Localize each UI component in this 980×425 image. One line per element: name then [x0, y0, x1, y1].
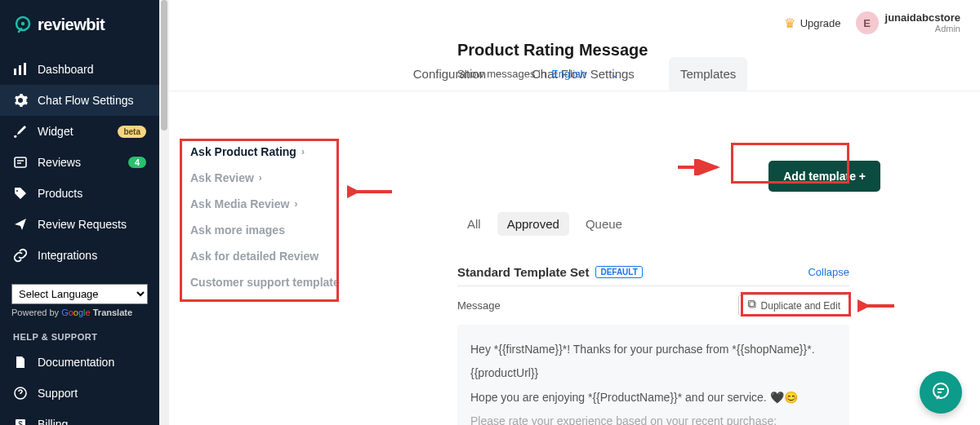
template-type-ask-media-review[interactable]: Ask Media Review› — [185, 191, 345, 217]
sidebar: reviewbit Dashboard Chat Flow Settings W… — [0, 0, 159, 425]
chat-fab[interactable] — [920, 371, 962, 414]
help-support-header: HELP & SUPPORT — [0, 321, 159, 347]
user-menu[interactable]: E junaidabcstore Admin — [856, 11, 960, 34]
language-select-wrapper: Select Language — [11, 284, 148, 304]
beta-badge: beta — [118, 126, 146, 138]
logo-text: reviewbit — [38, 15, 105, 34]
document-icon — [13, 355, 28, 370]
template-type-ask-product-rating[interactable]: Ask Product Rating› — [185, 139, 345, 165]
bar-chart-icon — [13, 62, 28, 77]
language-select[interactable]: Select Language — [11, 284, 148, 304]
svg-rect-2 — [14, 69, 16, 75]
duplicate-label: Duplicate and Edit — [761, 300, 840, 312]
language-row: Show messages in English ⌄ — [457, 68, 956, 80]
avatar: E — [856, 11, 879, 34]
sidebar-item-documentation[interactable]: Documentation — [0, 347, 159, 378]
sidebar-item-chatflow[interactable]: Chat Flow Settings — [0, 85, 159, 116]
sidebar-item-review-requests[interactable]: Review Requests — [0, 209, 159, 240]
message-label: Message — [457, 299, 501, 312]
page-title: Product Rating Message — [457, 41, 956, 60]
billing-icon: $ — [13, 417, 28, 425]
sidebar-item-reviews[interactable]: Reviews 4 — [0, 147, 159, 178]
filter-queue[interactable]: Queue — [576, 212, 632, 236]
template-type-list: Ask Product Rating› Ask Review› Ask Medi… — [185, 139, 345, 295]
sidebar-item-label: Integrations — [38, 249, 97, 262]
svg-rect-5 — [15, 157, 26, 167]
user-role: Admin — [885, 24, 960, 33]
filter-approved[interactable]: Approved — [497, 212, 569, 236]
svg-point-1 — [21, 22, 24, 25]
sidebar-item-billing[interactable]: $ Billing — [0, 409, 159, 425]
template-filters: All Approved Queue — [457, 212, 632, 236]
collapse-link[interactable]: Collapse — [808, 266, 849, 278]
sidebar-item-label: Widget — [38, 125, 74, 138]
count-badge: 4 — [128, 157, 146, 168]
template-type-customer-support[interactable]: Customer support template — [185, 269, 345, 295]
default-badge: DEFAULT — [595, 266, 642, 278]
sidebar-item-label: Chat Flow Settings — [38, 94, 134, 107]
template-type-ask-more-images[interactable]: Ask more images — [185, 217, 345, 243]
template-type-ask-detailed-review[interactable]: Ask for detailed Review — [185, 243, 345, 269]
message-body: Hey *{{firstName}}*! Thanks for your pur… — [457, 325, 849, 425]
template-set-header: Standard Template Set DEFAULT Collapse — [457, 265, 849, 286]
sidebar-item-support[interactable]: Support — [0, 378, 159, 409]
scrollbar-thumb[interactable] — [161, 0, 167, 131]
user-info: junaidabcstore Admin — [885, 12, 960, 33]
duplicate-edit-button[interactable]: Duplicate and Edit — [738, 294, 849, 317]
language-value: English — [551, 68, 586, 80]
message-line: Please rate your experience based on you… — [470, 410, 836, 425]
logo-icon — [13, 15, 33, 34]
sidebar-item-label: Support — [38, 387, 78, 400]
svg-text:$: $ — [18, 420, 23, 425]
sidebar-item-label: Billing — [38, 418, 68, 425]
svg-point-17 — [933, 383, 948, 398]
sidebar-item-integrations[interactable]: Integrations — [0, 240, 159, 271]
gear-icon — [13, 93, 28, 108]
filter-all[interactable]: All — [457, 212, 491, 236]
reviews-icon — [13, 155, 28, 170]
language-dropdown[interactable]: English ⌄ — [551, 68, 619, 80]
tag-icon — [13, 186, 28, 201]
crown-icon: ♛ — [784, 15, 795, 31]
chevron-right-icon: › — [259, 172, 262, 184]
scrollbar-track[interactable] — [159, 0, 169, 425]
template-set-title: Standard Template Set — [457, 265, 589, 279]
copy-icon — [747, 299, 757, 312]
chevron-right-icon: › — [301, 146, 305, 157]
sidebar-item-label: Documentation — [38, 356, 114, 369]
topbar: ♛ Upgrade E junaidabcstore Admin — [169, 0, 980, 46]
message-header-row: Message Duplicate and Edit — [457, 286, 849, 325]
upgrade-label: Upgrade — [800, 17, 841, 29]
powered-by[interactable]: Powered by Google Translate — [0, 304, 159, 321]
user-name: junaidabcstore — [885, 12, 960, 24]
sidebar-item-label: Reviews — [38, 156, 81, 169]
add-template-button[interactable]: Add template + — [768, 161, 880, 192]
chat-icon — [930, 381, 951, 405]
template-type-ask-review[interactable]: Ask Review› — [185, 165, 345, 191]
svg-rect-3 — [19, 65, 21, 75]
link-icon — [13, 248, 28, 263]
send-icon — [13, 217, 28, 232]
chevron-down-icon: ⌄ — [611, 69, 619, 80]
brush-icon — [13, 124, 28, 139]
show-messages-label: Show messages in — [457, 68, 546, 80]
chevron-right-icon: › — [294, 198, 297, 210]
main-panel: Product Rating Message Show messages in … — [457, 41, 956, 80]
upgrade-button[interactable]: ♛ Upgrade — [784, 15, 841, 31]
sidebar-item-label: Dashboard — [38, 63, 94, 76]
template-set: Standard Template Set DEFAULT Collapse M… — [457, 265, 849, 425]
sidebar-item-label: Products — [38, 187, 82, 200]
logo[interactable]: reviewbit — [0, 0, 159, 47]
message-line: {{productUrl}} — [470, 361, 836, 385]
message-line: Hope you are enjoying *{{ProductName}}* … — [470, 386, 836, 410]
sidebar-item-dashboard[interactable]: Dashboard — [0, 54, 159, 85]
sidebar-item-label: Review Requests — [38, 218, 127, 231]
message-line: Hey *{{firstName}}*! Thanks for your pur… — [470, 338, 836, 361]
sidebar-item-products[interactable]: Products — [0, 178, 159, 209]
sidebar-item-widget[interactable]: Widget beta — [0, 116, 159, 147]
help-circle-icon — [13, 386, 28, 401]
svg-rect-4 — [24, 63, 26, 75]
nav-list: Dashboard Chat Flow Settings Widget beta… — [0, 47, 159, 277]
